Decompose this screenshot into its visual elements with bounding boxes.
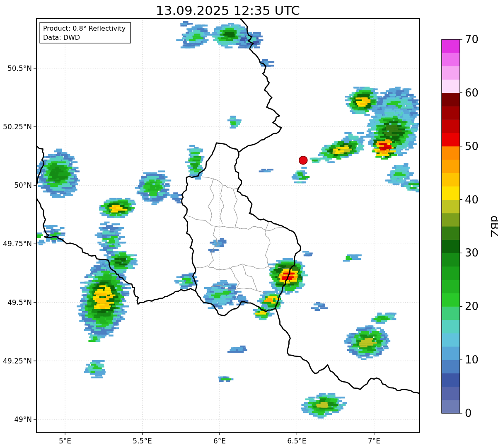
colorbar-segment xyxy=(442,240,460,253)
region-border xyxy=(202,177,240,189)
y-tick-label: 50°N xyxy=(14,181,32,189)
region-border xyxy=(220,186,224,224)
region-border xyxy=(265,220,270,267)
region-border xyxy=(233,189,237,228)
region-border xyxy=(208,178,214,221)
x-tick-label: 6.5°E xyxy=(287,437,306,445)
border-france-germany xyxy=(276,310,419,394)
colorbar-segment xyxy=(442,226,460,240)
colorbar-tick-label: 40 xyxy=(465,194,479,206)
radar-site-marker xyxy=(299,156,307,165)
colorbar-tick-label: 20 xyxy=(465,300,479,312)
colorbar-segment xyxy=(442,360,460,373)
colorbar-segment xyxy=(442,93,460,107)
radar-site-dot xyxy=(299,156,307,165)
y-tick-label: 49.25°N xyxy=(3,357,32,365)
colorbar-tick-label: 30 xyxy=(465,247,479,259)
colorbar-tick-label: 60 xyxy=(465,87,479,99)
border-france-belgium-west xyxy=(36,146,44,186)
region-border xyxy=(209,226,219,266)
colorbar: 010203040506070 xyxy=(442,33,479,419)
colorbar-segment xyxy=(442,106,460,120)
colorbar-tick-label: 0 xyxy=(465,407,472,419)
x-tick-label: 7°E xyxy=(368,437,380,445)
plot-frame xyxy=(36,19,420,432)
region-border xyxy=(230,267,239,288)
colorbar-segment xyxy=(442,146,460,160)
colorbar-segment xyxy=(442,280,460,293)
colorbar-segment xyxy=(442,253,460,266)
colorbar-segment xyxy=(442,293,460,307)
figure-title: 13.09.2025 12:35 UTC xyxy=(156,3,300,18)
border-france-belgium xyxy=(36,198,196,304)
info-box: Product: 0.8° Reflectivity Data: DWD xyxy=(40,22,131,43)
colorbar-segment xyxy=(442,387,460,400)
colorbar-axis-label: dBZ xyxy=(488,216,498,237)
colorbar-tick-label: 70 xyxy=(465,33,479,46)
x-tick-label: 5°E xyxy=(59,437,71,445)
x-tick-label: 6°E xyxy=(213,437,226,445)
x-tick-label: 5.5°E xyxy=(133,437,152,445)
info-product: Product: 0.8° Reflectivity xyxy=(43,24,126,32)
y-tick-label: 50.25°N xyxy=(3,123,32,131)
colorbar-segment xyxy=(442,266,460,280)
radar-figure: 13.09.2025 12:35 UTC 5°E5.5°E6°E6.5°E7°E… xyxy=(0,0,498,448)
colorbar-segment xyxy=(442,173,460,186)
region-borders xyxy=(187,177,289,293)
region-border xyxy=(243,265,257,290)
colorbar-segment xyxy=(442,333,460,347)
y-tick-label: 49.75°N xyxy=(3,240,32,248)
region-border xyxy=(211,286,265,293)
colorbar-tick-label: 50 xyxy=(465,140,479,153)
colorbar-segment xyxy=(442,306,460,320)
colorbar-segment xyxy=(442,80,460,93)
colorbar-segment xyxy=(442,346,460,360)
colorbar-segment xyxy=(442,186,460,200)
y-tick-label: 49.5°N xyxy=(7,298,32,307)
colorbar-segment xyxy=(442,400,460,414)
border-belgium-germany xyxy=(239,19,282,152)
region-border xyxy=(187,216,285,231)
y-tick-label: 49°N xyxy=(14,415,32,424)
colorbar-segment xyxy=(442,200,460,213)
colorbar-segment xyxy=(442,53,460,66)
colorbar-segment xyxy=(442,160,460,173)
colorbar-tick-label: 10 xyxy=(465,354,479,366)
colorbar-segment xyxy=(442,213,460,227)
country-borders xyxy=(36,19,419,393)
region-border xyxy=(194,264,289,270)
colorbar-segment xyxy=(442,66,460,80)
colorbar-segment xyxy=(442,133,460,147)
colorbar-segment xyxy=(442,320,460,334)
map-overlay: 13.09.2025 12:35 UTC 5°E5.5°E6°E6.5°E7°E… xyxy=(0,0,498,448)
y-tick-label: 50.5°N xyxy=(7,64,32,73)
info-source: Data: DWD xyxy=(43,34,80,41)
colorbar-segment xyxy=(442,119,460,133)
axes: 5°E5.5°E6°E6.5°E7°E50.5°N50.25°N50°N49.7… xyxy=(3,64,380,445)
colorbar-segment xyxy=(442,373,460,387)
border-luxembourg-outline xyxy=(182,143,301,316)
colorbar-segment xyxy=(442,39,460,53)
